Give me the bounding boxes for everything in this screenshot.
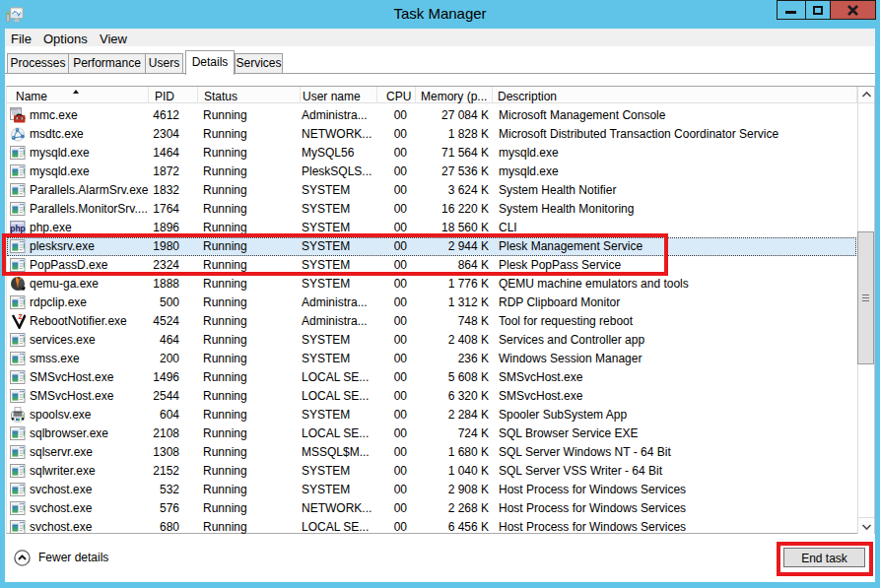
- svg-text:z: z: [18, 313, 22, 321]
- svg-text:php: php: [10, 224, 26, 233]
